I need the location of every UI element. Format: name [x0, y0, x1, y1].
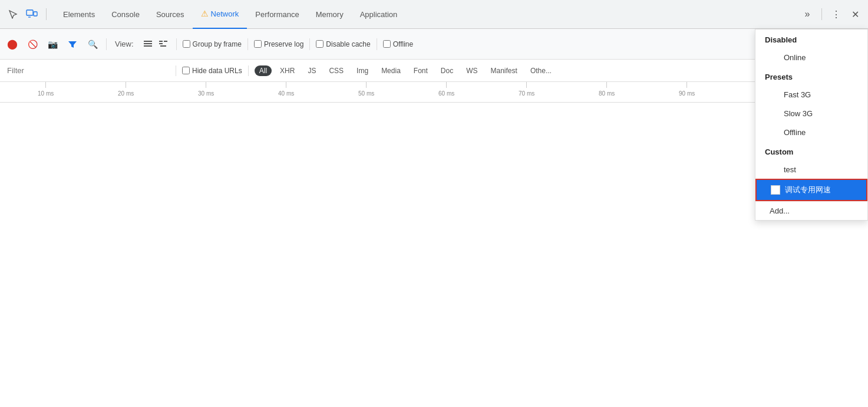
screenshot-button[interactable]: 📷 — [45, 37, 60, 52]
offline-checkbox[interactable] — [383, 40, 391, 48]
preserve-log-checkbox[interactable] — [254, 40, 262, 48]
filter-input[interactable] — [5, 65, 170, 76]
record-button[interactable]: ⬤ — [5, 37, 20, 52]
filter-bar: Hide data URLs All XHR JS CSS Img Media … — [0, 60, 868, 82]
search-button[interactable]: 🔍 — [85, 37, 100, 52]
toolbar-divider1 — [106, 38, 107, 50]
toolbar-divider5 — [377, 38, 377, 50]
presets-header: Presets — [755, 67, 867, 85]
toolbar-divider2 — [176, 38, 177, 50]
timeline-tick: 40 ms — [278, 82, 294, 97]
timeline: 10 ms 20 ms 30 ms 40 ms 50 ms 60 ms 70 m… — [0, 82, 868, 103]
filter-all-button[interactable]: All — [255, 65, 272, 76]
timeline-tick: 80 ms — [599, 82, 615, 97]
svg-rect-5 — [144, 45, 152, 47]
close-devtools-button[interactable]: ✕ — [847, 6, 863, 22]
dropdown-fast3g[interactable]: Fast 3G — [755, 85, 867, 104]
svg-rect-6 — [159, 41, 163, 42]
svg-rect-3 — [144, 41, 152, 42]
dropdown-selected-item[interactable]: 调试专用网速 — [755, 179, 867, 201]
list-view-button[interactable] — [141, 37, 155, 51]
tab-elements[interactable]: Elements — [55, 0, 103, 29]
dropdown-slow3g[interactable]: Slow 3G — [755, 104, 867, 123]
filter-ws-button[interactable]: WS — [461, 65, 482, 76]
dropdown-add-button[interactable]: Add... — [755, 201, 867, 220]
filter-xhr-button[interactable]: XHR — [275, 65, 299, 76]
dropdown-offline[interactable]: Offline — [755, 123, 867, 142]
filter-other-button[interactable]: Othe... — [526, 65, 556, 76]
timeline-tick: 70 ms — [519, 82, 534, 97]
timeline-tick: 20 ms — [118, 82, 134, 97]
filter-icon[interactable] — [65, 37, 80, 52]
network-main-content — [0, 103, 868, 407]
toolbar-divider3 — [247, 38, 248, 50]
timeline-tick: 30 ms — [198, 82, 214, 97]
tab-application[interactable]: Application — [352, 0, 406, 29]
tab-console[interactable]: Console — [103, 0, 148, 29]
toolbar-divider4 — [309, 38, 310, 50]
disable-cache-checkbox[interactable] — [316, 40, 324, 48]
tab-separator — [46, 8, 47, 20]
hide-data-urls-label[interactable]: Hide data URLs — [182, 67, 242, 75]
filter-sep1 — [176, 65, 176, 76]
svg-rect-1 — [34, 12, 37, 16]
selected-check-icon — [771, 185, 780, 195]
dropdown-test[interactable]: test — [755, 160, 867, 179]
group-by-frame-label[interactable]: Group by frame — [183, 40, 242, 48]
more-tabs-button[interactable]: » — [799, 6, 816, 22]
group-by-frame-checkbox[interactable] — [183, 40, 190, 48]
hide-data-urls-checkbox[interactable] — [182, 67, 190, 74]
view-buttons — [141, 37, 170, 51]
filter-img-button[interactable]: Img — [352, 65, 373, 76]
timeline-tick: 60 ms — [438, 82, 454, 97]
dropdown-online[interactable]: Online — [755, 48, 867, 67]
filter-manifest-button[interactable]: Manifest — [486, 65, 522, 76]
tab-bar-icons — [5, 6, 50, 22]
test-check-icon — [770, 165, 779, 174]
slow3g-check-icon — [770, 109, 779, 118]
online-check-icon — [770, 52, 779, 62]
custom-header: Custom — [755, 142, 867, 160]
disable-cache-label[interactable]: Disable cache — [316, 40, 370, 48]
device-icon[interactable] — [24, 6, 40, 22]
disabled-header: Disabled — [755, 29, 867, 48]
filter-js-button[interactable]: JS — [303, 65, 321, 76]
preserve-log-label[interactable]: Preserve log — [254, 40, 303, 48]
tab-network[interactable]: ⚠ Network — [193, 0, 247, 29]
offline-label[interactable]: Offline — [383, 40, 413, 48]
timeline-tick: 90 ms — [679, 82, 695, 97]
view-label: View: — [115, 40, 134, 48]
customize-devtools-button[interactable]: ⋮ — [828, 6, 844, 22]
network-toolbar: ⬤ 🚫 📷 🔍 View: Group by frame — [0, 29, 868, 60]
timeline-tick: 50 ms — [358, 82, 374, 97]
tab-bar: Elements Console Sources ⚠ Network Perfo… — [0, 0, 868, 29]
tab-sources[interactable]: Sources — [148, 0, 193, 29]
warning-icon: ⚠ — [201, 9, 209, 18]
tab-more: » ⋮ ✕ — [799, 6, 863, 22]
network-speed-dropdown: Disabled Online Presets Fast 3G Slow 3G … — [755, 29, 868, 221]
filter-media-button[interactable]: Media — [377, 65, 405, 76]
timeline-tick: 10 ms — [38, 82, 54, 97]
tab-memory[interactable]: Memory — [308, 0, 352, 29]
tab-sep2 — [821, 8, 822, 20]
filter-sep2 — [248, 65, 249, 76]
filter-doc-button[interactable]: Doc — [436, 65, 458, 76]
tab-performance[interactable]: Performance — [247, 0, 307, 29]
filter-font-button[interactable]: Font — [409, 65, 433, 76]
cursor-icon[interactable] — [5, 6, 21, 22]
svg-rect-7 — [159, 43, 163, 44]
fast3g-check-icon — [770, 90, 779, 99]
svg-rect-8 — [160, 45, 166, 47]
clear-button[interactable]: 🚫 — [25, 37, 40, 52]
svg-rect-4 — [144, 43, 152, 44]
offline-check-icon — [770, 127, 779, 137]
filter-css-button[interactable]: CSS — [324, 65, 348, 76]
tree-view-button[interactable] — [156, 37, 170, 51]
svg-rect-0 — [27, 10, 33, 15]
svg-rect-9 — [164, 41, 167, 42]
